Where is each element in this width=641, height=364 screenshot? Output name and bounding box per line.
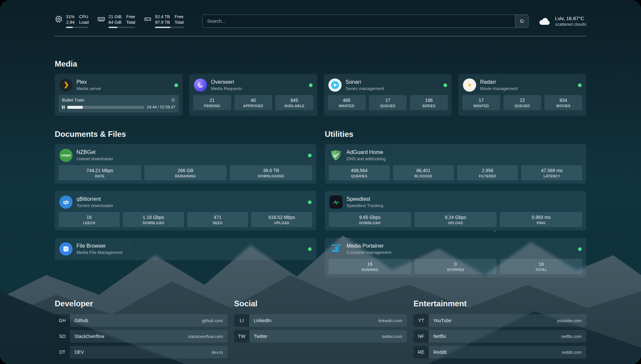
- nzbget-icon: nzbget: [59, 149, 73, 162]
- bookmark-abbr: DT: [55, 346, 70, 358]
- memory-total-value: 64 GiB: [108, 19, 122, 25]
- bookmark-dev[interactable]: DT DEV dev.to: [55, 346, 228, 358]
- bookmark-reddit[interactable]: RE Reddit reddit.com: [413, 346, 586, 358]
- status-dot: [174, 83, 178, 87]
- stat-downloaded: 39.6 TB DOWNLOADED: [230, 165, 312, 180]
- status-dot: [308, 200, 312, 204]
- section-title-developer: Developer: [55, 299, 228, 308]
- sonarr-icon: [328, 78, 342, 92]
- stat-rate: 744.21 Mbps RATE: [59, 165, 141, 180]
- status-dot: [578, 247, 582, 251]
- service-card-portainer[interactable]: Media Portainer Container management 16 …: [325, 238, 586, 277]
- service-card-filebrowser[interactable]: File Browser Media File Management: [55, 238, 316, 260]
- search-input[interactable]: [202, 15, 515, 27]
- service-name: Plex: [76, 79, 101, 85]
- stat-queued: 22 QUEUED: [504, 95, 541, 110]
- bookmark-name: YouTube: [433, 318, 451, 323]
- stat-available: 945 AVAILABLE: [275, 95, 313, 110]
- service-card-nzbget[interactable]: nzbget NZBGet Usenet downloader 744.21 M…: [55, 144, 316, 184]
- memory-total-label: Total: [126, 19, 135, 25]
- bookmarks-social: Social LI LinkedIn linkedin.com TW Twitt…: [234, 299, 407, 362]
- stat-download: 9.65 Gbps DOWNLOAD: [329, 212, 411, 227]
- bookmark-name: Github: [75, 318, 88, 323]
- service-desc: Media server: [76, 86, 101, 91]
- speedtest-icon: [329, 196, 343, 209]
- service-card-sonarr[interactable]: Sonarr Series management 485 WANTED 17 Q…: [324, 74, 452, 116]
- bookmark-github[interactable]: GH Github github.com: [55, 314, 228, 327]
- search-provider-button[interactable]: G: [515, 15, 528, 27]
- bookmarks-developer: Developer GH Github github.com SO StackO…: [55, 299, 228, 362]
- bookmark-abbr: TW: [234, 330, 249, 343]
- cpu-percent: 31%: [66, 14, 75, 19]
- service-desc: DNS and adblocking: [347, 156, 386, 162]
- playback-progress-bar[interactable]: [67, 106, 144, 109]
- stat-seed: 471 SEED: [187, 212, 248, 227]
- search-bar: G: [202, 15, 529, 28]
- pause-icon[interactable]: [62, 106, 65, 109]
- cloud-icon: [538, 16, 551, 26]
- service-desc: Speedtest Tracking: [347, 203, 383, 208]
- service-card-speedtest[interactable]: Speedtest Speedtest Tracking 9.65 Gbps D…: [325, 191, 586, 230]
- stat-upload: 618.52 Mbps UPLOAD: [251, 212, 312, 227]
- now-playing-title: Bullet Train: [62, 98, 84, 103]
- service-card-overseerr[interactable]: Overseerr Media Requests 21 PENDING 40 A…: [189, 74, 317, 116]
- gear-icon[interactable]: ⚙: [171, 98, 175, 103]
- playback-time: 24:44 / 02:06:47: [147, 105, 175, 109]
- memory-free-value: 21 GiB: [108, 14, 122, 19]
- stat-download: 1.19 Gbps DOWNLOAD: [123, 212, 184, 227]
- documents-column: Documents & Files nzbget NZBGet Usenet d…: [55, 130, 316, 277]
- status-dot: [308, 247, 312, 251]
- bookmark-netflix[interactable]: NF Netflix netflix.com: [413, 330, 586, 343]
- memory-free-label: Free: [126, 14, 135, 19]
- stat-movies: 834 MOVIES: [544, 95, 582, 110]
- bookmark-url: reddit.com: [562, 350, 582, 355]
- cpu-usage-bar: [66, 27, 89, 28]
- memory-usage-bar: [108, 27, 135, 28]
- service-name: qBittorrent: [76, 196, 113, 202]
- bookmark-name: LinkedIn: [254, 318, 271, 323]
- bookmark-linkedin[interactable]: LI LinkedIn linkedin.com: [234, 314, 407, 327]
- service-name: AdGuard Home: [347, 149, 386, 156]
- service-name: NZBGet: [76, 149, 113, 156]
- service-desc: Media Requests: [211, 86, 242, 91]
- stat-stopped: 0 STOPPED: [414, 259, 497, 274]
- bookmark-youtube[interactable]: YT YouTube youtube.com: [413, 314, 586, 327]
- section-title-documents: Documents & Files: [55, 130, 316, 139]
- status-dot: [309, 83, 313, 87]
- utilities-column: Utilities AdGuard Home: [325, 130, 586, 277]
- overseerr-icon: [194, 78, 207, 92]
- service-desc: Movie management: [480, 86, 518, 91]
- cpu-load-label: Load: [79, 19, 89, 25]
- service-desc: Media File Management: [76, 250, 122, 255]
- service-card-radarr[interactable]: Radarr Movie management 17 WANTED 22 QUE…: [458, 74, 586, 116]
- stat-upload: 9.24 Gbps UPLOAD: [414, 212, 497, 227]
- bookmark-twitter[interactable]: TW Twitter twitter.com: [234, 330, 407, 343]
- service-desc: Container management: [347, 250, 391, 255]
- cpu-icon: [55, 15, 63, 23]
- bookmark-abbr: LI: [234, 314, 249, 327]
- bookmark-url: linkedin.com: [379, 318, 402, 323]
- memory-widget: 21 GiB 64 GiB Free Total: [97, 14, 135, 28]
- adguard-icon: [329, 149, 343, 162]
- disk-icon: [144, 15, 152, 23]
- stat-filtered: 2,956 FILTERED: [457, 165, 518, 180]
- bookmark-name: Reddit: [433, 349, 446, 355]
- disk-free-value: 52.4 TB: [155, 14, 170, 19]
- stat-latency: 47.569 ms LATENCY: [521, 165, 582, 180]
- cpu-label: CPU: [79, 14, 89, 19]
- disk-total-label: Total: [174, 19, 183, 25]
- bookmark-abbr: YT: [413, 314, 429, 327]
- weather-condition: scattered clouds: [555, 21, 586, 27]
- service-card-qbittorrent[interactable]: qb qBittorrent Torrent downloader 16 LEE…: [55, 191, 316, 230]
- bookmark-abbr: GH: [55, 314, 70, 327]
- stat-queries: 498,564 QUERIES: [329, 165, 390, 180]
- service-name: Radarr: [480, 79, 518, 85]
- bookmark-stackoverflow[interactable]: SO StackOverflow stackoverflow.com: [55, 330, 228, 343]
- bookmark-name: Netflix: [433, 334, 446, 339]
- stat-series: 196 SERIES: [410, 95, 448, 110]
- service-desc: Usenet downloader: [76, 156, 113, 162]
- service-card-plex[interactable]: Plex Media server Bullet Train ⚙: [55, 74, 183, 116]
- service-name: Media Portainer: [347, 243, 391, 249]
- service-card-adguard[interactable]: AdGuard Home DNS and adblocking 498,564 …: [325, 144, 586, 184]
- cpu-load-value: 2.94: [66, 19, 75, 25]
